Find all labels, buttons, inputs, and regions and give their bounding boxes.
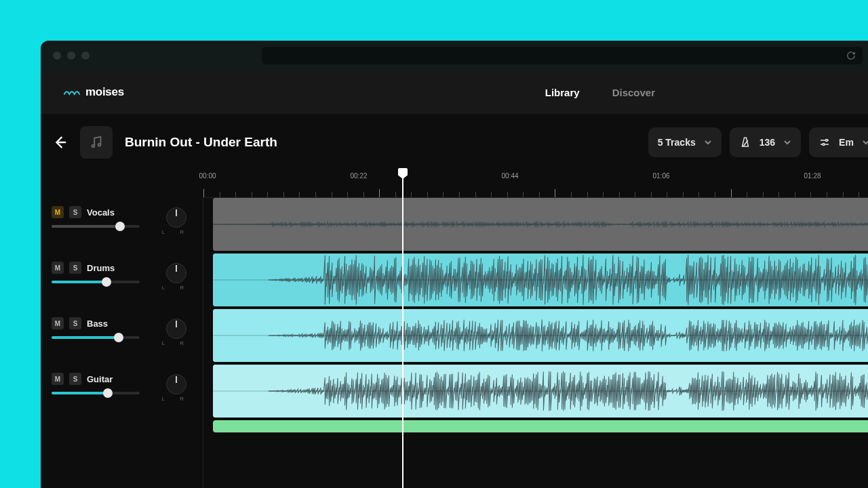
track-lanes <box>203 198 868 488</box>
waveform-lane[interactable] <box>213 420 868 432</box>
window-controls[interactable] <box>53 52 90 60</box>
address-bar[interactable] <box>262 47 863 64</box>
pan-knob[interactable] <box>166 207 186 228</box>
solo-button[interactable]: S <box>69 206 81 218</box>
nav-discover[interactable]: Discover <box>612 87 655 98</box>
track-name: Bass <box>87 319 108 329</box>
sliders-icon <box>818 136 831 148</box>
solo-button[interactable]: S <box>69 373 81 385</box>
music-note-icon <box>89 135 104 150</box>
timeline-label: 00:00 <box>199 172 216 180</box>
nav-library[interactable]: Library <box>545 87 580 98</box>
browser-titlebar <box>41 41 868 70</box>
svg-point-1 <box>98 144 101 146</box>
timeline-label: 00:22 <box>350 172 367 180</box>
track-area: M S Vocals L R M S Drums L R M S Bass <box>41 198 868 488</box>
editor: 00:0000:2200:4401:0601:28 M S Vocals L R… <box>41 171 868 488</box>
song-thumb <box>80 126 113 159</box>
solo-button[interactable]: S <box>69 262 81 274</box>
bpm-chip[interactable]: 136 <box>730 127 801 157</box>
tracks-chip[interactable]: 5 Tracks <box>648 127 722 157</box>
timeline: 00:0000:2200:4401:0601:28 <box>41 171 868 198</box>
pan-knob[interactable] <box>166 263 186 283</box>
ruler[interactable]: 00:0000:2200:4401:0601:28 <box>203 171 868 198</box>
volume-slider[interactable] <box>52 336 140 339</box>
track-header: M S Vocals L R <box>41 198 203 253</box>
track-headers: M S Vocals L R M S Drums L R M S Bass <box>41 198 203 488</box>
song-title: Burnin Out - Under Earth <box>125 135 277 150</box>
moises-logo-icon <box>64 86 80 98</box>
waveform-lane[interactable] <box>213 309 868 362</box>
pan-labels: L R <box>162 285 191 291</box>
chevron-down-icon <box>704 138 712 146</box>
brand-logo[interactable]: moises <box>64 85 124 99</box>
svg-point-0 <box>92 145 95 148</box>
back-button[interactable] <box>52 134 68 150</box>
reload-icon[interactable] <box>846 51 856 60</box>
svg-point-2 <box>826 140 828 142</box>
mute-button[interactable]: M <box>52 317 64 329</box>
solo-button[interactable]: S <box>69 317 81 329</box>
pan-knob[interactable] <box>166 319 186 339</box>
timeline-label: 00:44 <box>501 172 518 180</box>
chevron-down-icon <box>783 138 791 146</box>
playhead[interactable] <box>402 171 403 488</box>
tracks-label: 5 Tracks <box>658 137 696 148</box>
top-nav: moises Library Discover <box>41 70 868 114</box>
key-value: Em <box>839 137 854 148</box>
volume-slider[interactable] <box>52 392 140 394</box>
volume-slider[interactable] <box>52 281 140 283</box>
nav-links: Library Discover <box>545 87 655 98</box>
timeline-label: 01:28 <box>804 172 821 180</box>
mute-button[interactable]: M <box>52 262 64 274</box>
track-header: M S Guitar L R <box>41 365 203 420</box>
waveform-lane[interactable] <box>213 253 868 306</box>
track-name: Drums <box>87 263 115 273</box>
brand-name: moises <box>85 85 124 99</box>
pan-labels: L R <box>162 340 191 346</box>
song-toolbar: Burnin Out - Under Earth 5 Tracks 136 Em… <box>41 114 868 171</box>
mute-button[interactable]: M <box>52 206 64 218</box>
waveform-lane[interactable] <box>213 198 868 251</box>
metronome-icon <box>739 136 751 148</box>
pan-labels: L R <box>162 396 191 402</box>
waveform-lane[interactable] <box>213 365 868 418</box>
mute-button[interactable]: M <box>52 373 64 385</box>
track-name: Vocals <box>87 207 115 218</box>
track-header: M S Bass L R <box>41 309 203 365</box>
volume-slider[interactable] <box>52 225 140 228</box>
bpm-value: 136 <box>760 137 775 148</box>
pan-labels: L R <box>162 229 191 235</box>
track-name: Guitar <box>87 374 113 384</box>
track-header: M S Drums L R <box>41 253 203 309</box>
song-meta-chips: 5 Tracks 136 Em 12 34 <box>648 127 868 157</box>
key-chip[interactable]: Em <box>809 127 868 157</box>
pan-knob[interactable] <box>166 374 186 394</box>
app-window: moises Library Discover Burnin Out - Und… <box>41 41 868 488</box>
timeline-label: 01:06 <box>652 172 669 180</box>
svg-point-3 <box>823 144 825 146</box>
chevron-down-icon <box>862 138 868 146</box>
